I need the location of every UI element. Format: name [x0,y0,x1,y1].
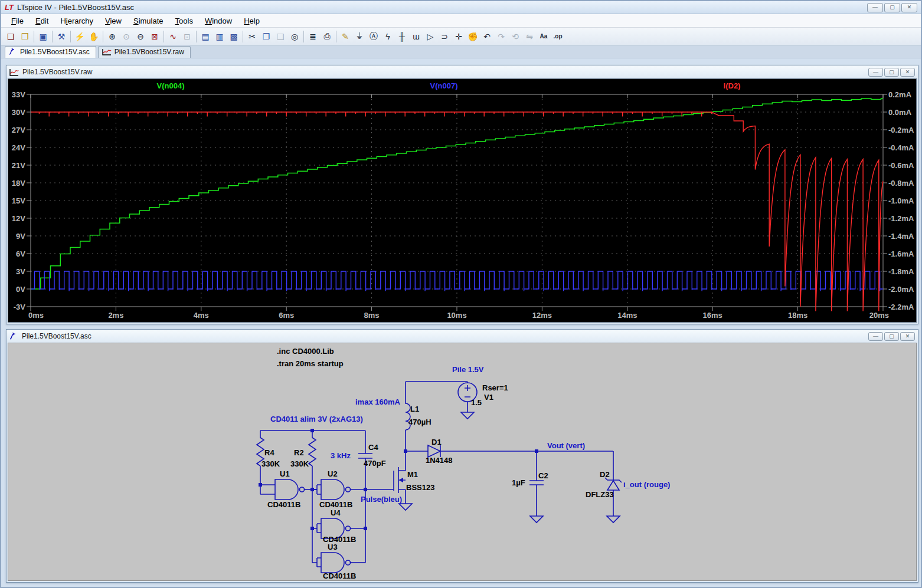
diode-d1[interactable]: D1 1N4148 Vout (vert) [406,438,613,465]
tab-schematic[interactable]: Pile1.5VBoost15V.asc [5,46,96,58]
menu-edit[interactable]: Edit [30,15,54,27]
m1-ref[interactable]: M1 [407,470,418,479]
main-title-bar[interactable]: LT LTspice IV - Pile1.5VBoost15V.asc — ▢… [1,1,921,14]
d2-value[interactable]: DFLZ33 [586,490,614,499]
zoom-in-button[interactable]: ⊕ [105,29,119,43]
menu-window[interactable]: Window [200,15,237,27]
d1-ref[interactable]: D1 [431,438,442,446]
c2-value[interactable]: 1µF [512,478,525,487]
net-label-button[interactable]: Ⓐ [367,29,381,43]
ground-button[interactable]: ⏚ [352,29,367,43]
schematic-window-title-bar[interactable]: Pile1.5VBoost15V.asc — ▢ ✕ [6,330,918,343]
restore-button[interactable]: ▢ [884,68,899,77]
v1-param[interactable]: Rser=1 [482,383,508,392]
u1-ref[interactable]: U1 [280,469,290,478]
cut-button[interactable]: ✂ [245,29,259,43]
resistor-r2[interactable] [309,438,316,466]
l1-value[interactable]: 470µH [408,418,431,426]
minimize-button[interactable]: — [868,68,883,77]
c4-value[interactable]: 470pF [364,459,386,468]
freq-annotation[interactable]: 3 kHz [331,451,351,460]
d1-value[interactable]: 1N4148 [426,456,453,465]
resistor-button[interactable]: ϟ [381,29,395,43]
voltage-source-v1[interactable]: Pile 1.5V Rser=1 V1 1.5 [406,365,508,419]
zoom-back-button[interactable]: ⊙ [119,29,133,43]
logic-supply-annotation[interactable]: CD4011 alim 3V (2xAG13) [270,415,363,423]
l1-ref[interactable]: L1 [410,405,419,413]
v1-value[interactable]: 1.5 [471,398,482,407]
spice-directive-button[interactable]: .op [551,29,565,43]
m1-value[interactable]: BSS123 [406,483,434,492]
move-button[interactable]: ✛ [452,29,466,43]
maximize-button[interactable]: ▢ [884,3,900,12]
trace-label-id2[interactable]: I(D2) [724,81,741,90]
schematic-canvas[interactable]: .inc CD4000.Lib .tran 20ms startup Pile … [8,343,917,582]
rotate-button[interactable]: ⟲ [508,29,522,43]
print-preview-button[interactable]: ≣ [306,29,320,43]
nand-gate-u3[interactable]: U3 CD4011B [312,543,365,580]
inductor-button[interactable]: ɯ [409,29,423,43]
menu-hierarchy[interactable]: Hierarchy [55,15,99,27]
capacitor-button[interactable]: ╫ [395,29,409,43]
menu-tools[interactable]: Tools [170,15,198,27]
pan-button[interactable]: ⊡ [180,29,194,43]
tile-vertical-button[interactable]: ▥ [212,29,227,43]
imax-annotation[interactable]: imax 160mA [355,398,400,406]
new-schematic-button[interactable]: ❏ [4,29,18,43]
menu-simulate[interactable]: Simulate [128,15,169,27]
minimize-button[interactable]: — [867,3,883,12]
r2-value[interactable]: 330K [290,459,309,468]
close-button[interactable]: ✕ [900,332,915,341]
zoom-out-button[interactable]: ⊖ [133,29,148,43]
find-button[interactable]: ◎ [287,29,302,43]
restore-button[interactable]: ▢ [884,332,899,341]
save-button[interactable]: ▣ [36,29,50,43]
iout-annotation[interactable]: i_out (rouge) [623,480,670,489]
drag-button[interactable]: ✊ [466,29,480,43]
paste-button[interactable]: ❑ [273,29,287,43]
autorange-button[interactable]: ∿ [166,29,180,43]
menu-file[interactable]: File [6,15,29,27]
tile-horizontal-button[interactable]: ▤ [198,29,212,43]
copy-button[interactable]: ❐ [259,29,273,43]
c4-ref[interactable]: C4 [368,443,378,452]
u3-value[interactable]: CD4011B [323,571,356,580]
trace-label-vn004[interactable]: V(n004) [157,81,185,90]
battery-annotation[interactable]: Pile 1.5V [452,365,484,374]
print-button[interactable]: ⎙ [320,29,334,43]
control-panel-button[interactable]: ⚒ [54,29,68,43]
u2-value[interactable]: CD4011B [319,500,352,509]
r4-ref[interactable]: R4 [264,448,274,457]
diode-button[interactable]: ▷ [423,29,437,43]
u4-ref[interactable]: U4 [331,508,341,517]
r2-ref[interactable]: R2 [294,448,304,457]
v1-ref[interactable]: V1 [484,393,493,402]
trace-label-vn007[interactable]: V(n007) [430,81,458,90]
spice-directive-inc[interactable]: .inc CD4000.Lib [277,347,334,356]
close-button[interactable]: ✕ [900,68,915,77]
d2-ref[interactable]: D2 [600,470,610,479]
tab-waveform[interactable]: Pile1.5VBoost15V.raw [98,46,191,58]
vout-annotation[interactable]: Vout (vert) [547,441,585,450]
undo-button[interactable]: ↶ [480,29,494,43]
text-button[interactable]: Aa [537,29,551,43]
c2-ref[interactable]: C2 [538,471,548,480]
waveform-plot[interactable]: 33V30V27V24V21V18V15V12V9V6V3V0V-3V0.2mA… [8,79,917,323]
logic-gate-button[interactable]: ⊃ [437,29,452,43]
draw-wire-button[interactable]: ✎ [338,29,352,43]
capacitor-c2[interactable]: C2 1µF [512,451,548,523]
menu-help[interactable]: Help [238,15,265,27]
waveform-window-title-bar[interactable]: Pile1.5VBoost15V.raw — ▢ ✕ [6,65,918,78]
minimize-button[interactable]: — [868,332,883,341]
u1-value[interactable]: CD4011B [267,500,300,509]
zoom-full-button[interactable]: ⊠ [148,29,162,43]
pulse-annotation[interactable]: Pulse(bleu) [361,495,402,504]
spice-directive-tran[interactable]: .tran 20ms startup [277,359,344,368]
nand-gate-u1[interactable]: U1 CD4011B [260,469,317,509]
r4-value[interactable]: 330K [261,459,280,468]
close-button[interactable]: ✕ [901,3,917,12]
menu-view[interactable]: View [100,15,127,27]
open-button[interactable]: ❒ [18,29,32,43]
u2-ref[interactable]: U2 [328,469,338,478]
u3-ref[interactable]: U3 [328,543,338,551]
